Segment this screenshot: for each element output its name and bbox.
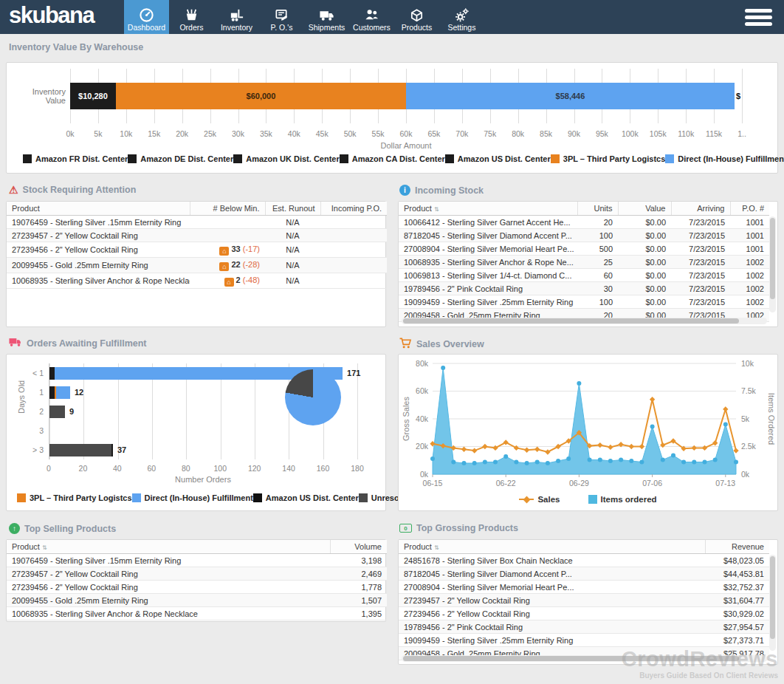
table-row[interactable]: 20099455 - Gold .25mm Eternity Ring ⌂22 …	[7, 258, 387, 273]
column-header[interactable]: Units	[577, 202, 618, 216]
table-row[interactable]: 87182045 - Sterling Silver Diamond Accen…	[399, 567, 769, 581]
cart-icon	[399, 338, 412, 351]
vertical-scrollbar[interactable]	[769, 216, 776, 312]
axis-tick-label: 35k	[260, 129, 272, 138]
svg-text:0k: 0k	[741, 470, 750, 479]
stock-attention-section-title: ⚠ Stock Requiring Attention	[9, 185, 136, 195]
axis-tick-label: 20	[79, 464, 88, 473]
nav-item-label: P. O.'s	[271, 23, 293, 32]
column-header[interactable]: Value	[618, 202, 671, 216]
nav-item-dashboard[interactable]: Dashboard	[124, 0, 169, 34]
table-row[interactable]: 87182045 - Sterling Silver Diamond Accen…	[399, 229, 769, 242]
nav-item-pos[interactable]: P. O.'s	[259, 0, 304, 34]
table-row[interactable]: 10069813 - Sterling Silver 1/4-ct. Diamo…	[399, 269, 769, 282]
svg-text:5k: 5k	[741, 414, 750, 423]
column-header[interactable]: Product⇅	[7, 540, 330, 554]
dollar-bill-icon: 0	[399, 524, 412, 533]
stock-attention-table: Product# Below Min.Est. RunoutIncoming P…	[7, 202, 387, 289]
sort-icon: ⇅	[434, 206, 439, 213]
column-header[interactable]: Product	[7, 202, 190, 216]
table-header-row[interactable]: Product⇅Volume	[7, 540, 387, 554]
table-row[interactable]: 27239456 - 2" Yellow Cocktail Ring1,778	[7, 581, 387, 594]
table-row[interactable]: 10068935 - Sterling Silver Anchor & Rope…	[7, 273, 387, 289]
orders-x-axis-label: Number Orders	[49, 475, 357, 484]
column-header[interactable]: Arriving	[671, 202, 730, 216]
inventory-x-axis-label: Dollar Amount	[70, 141, 742, 150]
svg-text:2.5k: 2.5k	[741, 442, 757, 451]
top-selling-table: Product⇅Volume 19076459 - Sterling Silve…	[7, 540, 387, 620]
svg-text:10k: 10k	[741, 359, 754, 368]
table-row[interactable]: 19789456 - 2" Pink Cocktail Ring$27,954.…	[399, 620, 769, 634]
forklift-icon	[228, 7, 245, 23]
orders-x-axis: 020406080100120140160180	[49, 464, 357, 474]
table-row[interactable]: 27239457 - 2" Yellow Cocktail Ring N/A	[7, 229, 387, 242]
axis-tick-label: 55k	[372, 129, 385, 138]
hamburger-menu-icon[interactable]	[745, 6, 772, 29]
table-row[interactable]: 19789456 - 2" Pink Cocktail Ring30$0.00 …	[399, 282, 769, 295]
table-row[interactable]: 19099459 - Sterling Silver .25mm Eternit…	[399, 295, 769, 309]
column-header[interactable]: Incoming P.O.	[320, 202, 387, 216]
table-row[interactable]: 19076459 - Sterling Silver .15mm Eternit…	[7, 216, 387, 229]
incoming-stock-panel: Product⇅UnitsValueArrivingP.O. # 1006641…	[398, 201, 778, 327]
column-header[interactable]: Product⇅	[399, 540, 705, 554]
table-header-row[interactable]: Product⇅Revenue	[399, 540, 769, 554]
sales-chart-svg: 0k0k20k2.5k40k5k60k7.5k80k10k06-1506-220…	[399, 355, 779, 510]
table-row[interactable]: 27239457 - 2" Yellow Cocktail Ring$31,60…	[399, 594, 769, 607]
table-header-row[interactable]: Product⇅UnitsValueArrivingP.O. #	[399, 202, 769, 216]
sales-chart[interactable]: 0k0k20k2.5k40k5k60k7.5k80k10k06-1506-220…	[399, 355, 779, 513]
fulfillment-pie-chart[interactable]	[285, 369, 341, 425]
table-row[interactable]: 27008904 - Sterling Silver Memorial Hear…	[399, 242, 769, 256]
inventory-plot: $10,280$60,000$58,446$ 0k5k10k15k20k25k3…	[70, 69, 742, 150]
column-header[interactable]: Volume	[330, 540, 387, 554]
table-row[interactable]: 10068935 - Sterling Silver Anchor & Rope…	[399, 256, 769, 269]
nav-item-orders[interactable]: Orders	[169, 0, 214, 34]
nav-item-customers[interactable]: Customers	[349, 0, 394, 34]
horizontal-scrollbar[interactable]	[402, 318, 767, 324]
nav-item-inventory[interactable]: Inventory	[214, 0, 259, 34]
bar-segment	[49, 444, 111, 456]
bar-segment	[56, 386, 70, 399]
top-selling-section-title: ↑ Top Selling Products	[9, 523, 116, 534]
inventory-stacked-bar[interactable]: $10,280$60,000$58,446$	[70, 83, 742, 109]
column-header[interactable]: P.O. #	[730, 202, 769, 216]
nav-item-products[interactable]: Products	[394, 0, 439, 34]
legend-item: Amazon FR Dist. Center	[23, 154, 128, 163]
section-title-text: Orders Awaiting Fulfillment	[27, 338, 147, 349]
axis-tick-label: 1..	[737, 129, 746, 138]
table-row[interactable]: 27008904 - Sterling Silver Memorial Hear…	[399, 581, 769, 594]
app-logo[interactable]: skubana	[0, 0, 124, 34]
incoming-stock-section-title: i Incoming Stock	[399, 185, 484, 196]
table-row[interactable]: 19076459 - Sterling Silver .15mm Eternit…	[7, 554, 387, 567]
box-icon	[408, 7, 425, 23]
axis-tick-label: 140	[282, 464, 295, 473]
table-row[interactable]: 27239457 - 2" Yellow Cocktail Ring2,469	[7, 567, 387, 581]
column-header[interactable]: Product⇅	[399, 202, 577, 216]
table-header-row[interactable]: Product# Below Min.Est. RunoutIncoming P…	[7, 202, 387, 216]
svg-text:80k: 80k	[416, 359, 429, 368]
y-category-label: 1	[10, 388, 44, 397]
vertical-scrollbar[interactable]	[769, 555, 776, 651]
inventory-bar-segment[interactable]: $60,000	[116, 83, 406, 109]
table-row[interactable]: 24851678 - Sterling Silver Box Chain Nec…	[399, 554, 769, 567]
table-row[interactable]: 27239456 - 2" Yellow Cocktail Ring$30,92…	[399, 607, 769, 620]
column-header[interactable]: # Below Min.	[190, 202, 265, 216]
column-header[interactable]: Est. Runout	[265, 202, 320, 216]
table-row[interactable]: 10068935 - Sterling Silver Anchor & Rope…	[7, 607, 387, 620]
axis-tick-label: 85k	[540, 129, 552, 138]
axis-tick-label: 20k	[176, 129, 188, 138]
axis-tick-label: 25k	[204, 129, 216, 138]
inventory-bar-segment[interactable]: $58,446	[406, 83, 735, 109]
table-row[interactable]: 19099459 - Sterling Silver .25mm Eternit…	[399, 634, 769, 647]
table-row[interactable]: 10066412 - Sterling Silver Garnet Accent…	[399, 216, 769, 229]
svg-text:06-29: 06-29	[569, 479, 589, 488]
table-row[interactable]: 27239456 - 2" Yellow Cocktail Ring ⌂33 (…	[7, 242, 387, 258]
nav-item-shipments[interactable]: Shipments	[304, 0, 349, 34]
horizontal-scrollbar[interactable]	[402, 655, 767, 662]
table-row[interactable]: 20099455 - Gold .25mm Eternity Ring1,507	[7, 594, 387, 607]
up-arrow-icon: ↑	[9, 523, 20, 534]
nav-item-settings[interactable]: Settings	[439, 0, 484, 34]
axis-tick-label: 60k	[400, 129, 413, 138]
gauge-icon	[138, 7, 155, 23]
inventory-bar-segment[interactable]: $10,280	[70, 83, 116, 109]
column-header[interactable]: Revenue	[705, 540, 769, 554]
